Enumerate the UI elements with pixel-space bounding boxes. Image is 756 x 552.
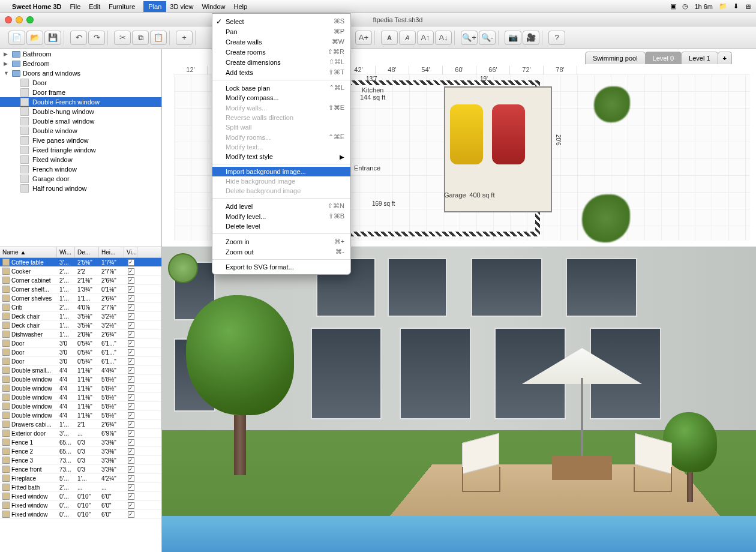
catalog-item[interactable]: Double small window xyxy=(0,116,161,126)
menu-item[interactable]: Delete level xyxy=(212,221,350,231)
table-row[interactable]: Fixed window0'...0'10"6'0"✓ xyxy=(0,492,161,501)
menu-item[interactable]: Select⌘S xyxy=(212,16,350,26)
table-row[interactable]: Crib2'...4'0⅞2'7⅞"✓ xyxy=(0,303,161,312)
font-smaller-button[interactable]: A↓ xyxy=(435,31,452,45)
video-button[interactable]: 🎥 xyxy=(523,31,539,45)
catalog-item[interactable]: French window xyxy=(0,164,161,174)
menu-plan[interactable]: Plan xyxy=(143,1,166,12)
catalog-folder[interactable]: ▼Doors and windows xyxy=(0,68,161,78)
col-name[interactable]: Name ▲ xyxy=(0,247,57,257)
table-row[interactable]: Fence front73...0'33'3⅜"✓ xyxy=(0,465,161,474)
menu-item[interactable]: Create walls⌘W xyxy=(212,37,350,47)
close-window-button[interactable] xyxy=(5,16,12,23)
terminal-icon[interactable]: ▣ xyxy=(670,2,676,10)
table-row[interactable]: Corner cabinet2'...2'1⅜"2'6¾"✓ xyxy=(0,276,161,285)
menu-item[interactable]: Add texts⇧⌘T xyxy=(212,67,350,77)
3d-view[interactable] xyxy=(162,247,756,552)
zoom-out-button[interactable]: 🔍- xyxy=(479,31,496,45)
copy-button[interactable]: ⧉ xyxy=(132,31,149,45)
display-icon[interactable]: 🖥 xyxy=(745,3,751,10)
catalog-item[interactable]: Fixed window xyxy=(0,155,161,164)
paste-button[interactable]: 📋 xyxy=(150,31,167,45)
table-row[interactable]: Fixed window0'...0'10"6'0"✓ xyxy=(0,510,161,519)
table-row[interactable]: Door3'00'5¾"6'1..."✓ xyxy=(0,339,161,348)
menu-item[interactable]: Modify level...⇧⌘B xyxy=(212,211,350,221)
table-row[interactable]: Double window4'41'1⅜"5'8½"✓ xyxy=(0,375,161,384)
table-row[interactable]: Exterior door3'......6'9⅞"✓ xyxy=(0,429,161,438)
table-row[interactable]: Fitted bath2'.........✓ xyxy=(0,483,161,492)
car-yellow[interactable] xyxy=(450,104,483,164)
tab-level-0[interactable]: Level 0 xyxy=(645,52,682,64)
photo-button[interactable]: 📷 xyxy=(505,31,521,45)
col-visible[interactable]: Vi... xyxy=(124,247,137,257)
tree-plan-1[interactable] xyxy=(594,86,630,122)
table-row[interactable]: Double window4'41'1⅜"5'8½"✓ xyxy=(0,384,161,393)
table-row[interactable]: Fireplace5'...1'...4'2¼"✓ xyxy=(0,474,161,483)
italic-button[interactable]: A xyxy=(399,31,416,45)
menu-item[interactable]: Lock base plan⌃⌘L xyxy=(212,83,350,93)
table-row[interactable]: Cooker2'...2'22'7⅞"✓ xyxy=(0,267,161,276)
open-button[interactable]: 📂 xyxy=(26,31,43,45)
catalog-item[interactable]: Door frame xyxy=(0,88,161,97)
table-row[interactable]: Double window4'41'1⅜"5'8½"✓ xyxy=(0,411,161,420)
table-row[interactable]: Double window4'41'1⅜"5'8½"✓ xyxy=(0,402,161,411)
download-icon[interactable]: ⬇ xyxy=(733,2,739,10)
cut-button[interactable]: ✂ xyxy=(114,31,131,45)
table-row[interactable]: Coffee table3'...2'5⅝"1'7¾"✓ xyxy=(0,258,161,267)
car-red[interactable] xyxy=(492,104,525,164)
menu-item[interactable]: Modify compass... xyxy=(212,93,350,103)
catalog-item[interactable]: Double-hung window xyxy=(0,107,161,116)
catalog-tree[interactable]: ▶Bathroom▶Bedroom▼Doors and windows Door… xyxy=(0,49,161,247)
col-depth[interactable]: De... xyxy=(75,247,99,257)
menu-item[interactable]: Create rooms⇧⌘R xyxy=(212,47,350,57)
add-furniture-button[interactable]: + xyxy=(176,31,193,45)
tree-plan-2[interactable] xyxy=(582,194,630,242)
catalog-item[interactable]: Double French window xyxy=(0,97,161,107)
menu-window[interactable]: Window xyxy=(202,3,225,10)
menu-item[interactable]: Import background image... xyxy=(212,167,350,176)
table-header[interactable]: Name ▲ Wi... De... Hei... Vi... xyxy=(0,247,161,258)
catalog-folder[interactable]: ▶Bathroom xyxy=(0,49,161,59)
menu-item[interactable]: Create dimensions⇧⌘L xyxy=(212,57,350,67)
menu-item[interactable]: Pan⌘P xyxy=(212,26,350,37)
table-row[interactable]: Drawers cabi...1'...2'12'6¾"✓ xyxy=(0,420,161,429)
table-row[interactable]: Double small...4'41'1⅜"4'4¾"✓ xyxy=(0,366,161,375)
help-button[interactable]: ? xyxy=(548,31,565,45)
menu-item[interactable]: Modify text style▶ xyxy=(212,152,350,161)
catalog-item[interactable]: Door xyxy=(0,78,161,88)
catalog-item[interactable]: Half round window xyxy=(0,184,161,193)
bold-button[interactable]: A xyxy=(381,31,398,45)
menu-help[interactable]: Help xyxy=(234,3,248,10)
col-height[interactable]: Hei... xyxy=(99,247,124,257)
catalog-item[interactable]: Fixed triangle window xyxy=(0,145,161,155)
menu-3dview[interactable]: 3D view xyxy=(170,3,193,10)
save-button[interactable]: 💾 xyxy=(44,31,61,45)
table-row[interactable]: Door3'00'5¾"6'1..."✓ xyxy=(0,357,161,366)
redo-button[interactable]: ↷ xyxy=(88,31,105,45)
col-width[interactable]: Wi... xyxy=(57,247,75,257)
menu-item[interactable]: Add level⇧⌘N xyxy=(212,201,350,211)
folder-icon[interactable]: 📁 xyxy=(719,2,727,10)
menu-file[interactable]: File xyxy=(70,3,81,10)
add-level-button[interactable]: + xyxy=(718,52,732,64)
clock-icon[interactable]: ◷ xyxy=(682,2,688,10)
minimize-window-button[interactable] xyxy=(16,16,23,23)
table-row[interactable]: Door3'00'5¾"6'1..."✓ xyxy=(0,348,161,357)
tab-level-1[interactable]: Level 1 xyxy=(681,52,718,64)
new-button[interactable]: 📄 xyxy=(8,31,25,45)
catalog-folder[interactable]: ▶Bedroom xyxy=(0,59,161,68)
table-row[interactable]: Corner shelves1'...1'1...2'6¾"✓ xyxy=(0,294,161,303)
table-row[interactable]: Dishwasher1'...2'0⅜"2'6¾"✓ xyxy=(0,330,161,339)
menu-item[interactable]: Zoom out⌘- xyxy=(212,247,350,257)
table-row[interactable]: Corner shelf...1'...1'3¾"0'1⅛"✓ xyxy=(0,285,161,294)
table-row[interactable]: Fixed window0'...0'10"6'0"✓ xyxy=(0,501,161,510)
catalog-item[interactable]: Five panes window xyxy=(0,136,161,145)
menu-item[interactable]: Zoom in⌘+ xyxy=(212,236,350,247)
menu-edit[interactable]: Edit xyxy=(89,3,100,10)
undo-button[interactable]: ↶ xyxy=(70,31,87,45)
table-row[interactable]: Fence 373...0'33'3⅜"✓ xyxy=(0,456,161,465)
table-row[interactable]: Double window4'41'1⅜"5'8½"✓ xyxy=(0,393,161,402)
zoom-window-button[interactable] xyxy=(26,16,34,23)
table-row[interactable]: Fence 165...0'33'3⅜"✓ xyxy=(0,438,161,447)
table-row[interactable]: Fence 265...0'33'3⅜"✓ xyxy=(0,447,161,456)
